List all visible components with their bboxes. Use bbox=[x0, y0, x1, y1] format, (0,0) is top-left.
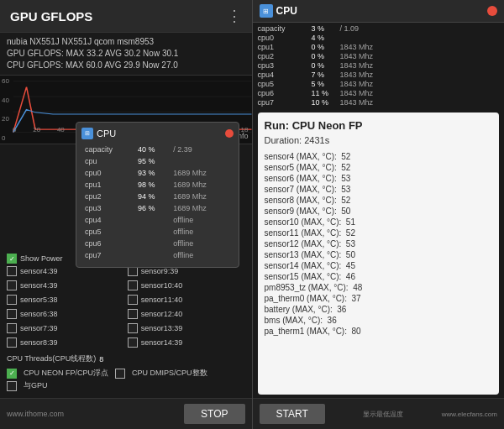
cb-s8-box[interactable] bbox=[7, 337, 17, 348]
cb-s10: sensor10:40 bbox=[128, 280, 245, 290]
cb-s13-label: sensor13:39 bbox=[141, 324, 183, 332]
r-cpu4-freq: 1843 Mhz bbox=[340, 71, 374, 79]
y-label-60: 60 bbox=[0, 77, 9, 85]
cb-s7-label: sensor7:39 bbox=[20, 324, 58, 332]
bms: bms (MAX, °C): 36 bbox=[265, 316, 493, 325]
cpu4-val bbox=[136, 215, 170, 225]
sensor8: sensor8 (MAX, °C): 52 bbox=[265, 196, 493, 205]
show-power-checkbox[interactable]: ✓ bbox=[7, 254, 17, 264]
right-cpu0-row: cpu0 4 % bbox=[258, 34, 500, 42]
r-cpu2-val: 0 % bbox=[312, 52, 337, 60]
dmips-label: CPU DMIPS/CPU整数 bbox=[132, 368, 207, 379]
cb-s12: sensor12:40 bbox=[128, 309, 245, 319]
r-cpu2-label: cpu2 bbox=[258, 52, 308, 60]
cpu-top-title: CPU bbox=[276, 5, 297, 17]
checkbox-grid: sensor4:39 sensor9:39 sensor4:39 sensor1… bbox=[7, 266, 245, 350]
sensor11: sensor11 (MAX, °C): 52 bbox=[265, 228, 493, 238]
cpu-cpu-val: 95 % bbox=[136, 156, 170, 166]
start-button[interactable]: START bbox=[260, 404, 325, 424]
cb-s8: sensor8:39 bbox=[7, 337, 124, 348]
r-cpu3-label: cpu3 bbox=[258, 61, 308, 70]
cpu-stats-table: capacity 3 % / 1.09 cpu0 4 % cpu1 0 % 18… bbox=[253, 23, 505, 109]
cpu0-label: cpu0 bbox=[83, 168, 134, 178]
right-cpu1-row: cpu1 0 % 1843 Mhz bbox=[258, 43, 500, 51]
neon-fp-checkbox[interactable]: ✓ bbox=[7, 369, 17, 379]
cb-s5: sensor5:38 bbox=[7, 295, 124, 305]
cb-s7-box[interactable] bbox=[7, 323, 17, 333]
device-line-1: nubia NX551J NX551J qcom msm8953 bbox=[7, 36, 245, 48]
cpu5-label: cpu5 bbox=[83, 227, 134, 237]
cb-s14-box[interactable] bbox=[128, 337, 138, 348]
cb-s11: sensor11:40 bbox=[128, 295, 245, 305]
cpu4-label: cpu4 bbox=[83, 215, 134, 225]
cpu-close-dot[interactable] bbox=[225, 129, 234, 138]
cb-s4b-box[interactable] bbox=[7, 280, 17, 290]
cpu-row-cpu0: cpu0 93 % 1689 Mhz bbox=[83, 168, 232, 178]
r-cpu7-freq: 1843 Mhz bbox=[340, 98, 374, 107]
r-cpu5-label: cpu5 bbox=[258, 80, 308, 88]
cb-s14-label: sensor14:39 bbox=[141, 338, 183, 347]
cpu5-val bbox=[136, 227, 170, 237]
menu-icon[interactable]: ⋮ bbox=[227, 7, 242, 25]
cpu-popup-icon: ⊞ bbox=[81, 128, 93, 139]
sensor9: sensor9 (MAX, °C): 50 bbox=[265, 207, 493, 216]
results-title: Run: CPU Neon FP bbox=[265, 119, 493, 132]
left-header: GPU GFLOPS ⋮ bbox=[0, 0, 252, 33]
cpu1-val: 98 % bbox=[136, 180, 170, 190]
sensor7: sensor7 (MAX, °C): 53 bbox=[265, 185, 493, 194]
gpu-label: 与GPU bbox=[24, 380, 48, 391]
r-cpu5-val: 5 % bbox=[312, 80, 337, 88]
sensor10: sensor10 (MAX, °C): 51 bbox=[265, 217, 493, 227]
cpu-top-bar: ⊞ CPU bbox=[253, 0, 505, 23]
cb-s10-box[interactable] bbox=[128, 280, 138, 290]
neon-fp-label: CPU NEON FP/CPU浮点 bbox=[24, 368, 108, 379]
r-cpu6-freq: 1843 Mhz bbox=[340, 89, 374, 97]
cb-s12-box[interactable] bbox=[128, 309, 138, 319]
right-bottom-bar: START 显示最低温度 www.elecfans.com bbox=[253, 398, 505, 429]
cb-s4b-label: sensor4:39 bbox=[20, 281, 58, 290]
r-cpu2-freq: 1843 Mhz bbox=[340, 52, 374, 60]
cpu2-label: cpu2 bbox=[83, 191, 134, 201]
cpu6-val bbox=[136, 238, 170, 249]
cpu-popup-label: CPU bbox=[97, 128, 116, 139]
stop-button[interactable]: STOP bbox=[184, 404, 244, 424]
cb-s10-label: sensor10:40 bbox=[141, 281, 183, 290]
r-cpu5-freq: 1843 Mhz bbox=[340, 80, 374, 88]
right-watermark: www.elecfans.com bbox=[442, 411, 497, 418]
r-cpu1-val: 0 % bbox=[312, 43, 337, 51]
cb-s5-label: sensor5:38 bbox=[20, 296, 58, 304]
cb-s8-label: sensor8:39 bbox=[20, 338, 58, 347]
r-cap-val: 3 % bbox=[312, 24, 337, 33]
sensor13: sensor13 (MAX, °C): 50 bbox=[265, 250, 493, 259]
cb-s14: sensor14:39 bbox=[128, 337, 245, 348]
cb-s4-box[interactable] bbox=[7, 266, 17, 276]
r-cpu1-label: cpu1 bbox=[258, 43, 308, 51]
cpu-row-cpu2: cpu2 94 % 1689 Mhz bbox=[83, 191, 232, 201]
cb-s6-box[interactable] bbox=[7, 309, 17, 319]
cpu3-val: 96 % bbox=[136, 203, 170, 213]
cpu-info: CPU GFLOPS: MAX 60.0 AVG 29.9 Now 27.0 bbox=[7, 60, 245, 71]
cpu4-freq: offline bbox=[171, 215, 232, 225]
cb-s11-box[interactable] bbox=[128, 295, 138, 305]
cb-s13-box[interactable] bbox=[128, 323, 138, 333]
cpu-top-icon: ⊞ bbox=[260, 4, 273, 18]
r-cpu6-label: cpu6 bbox=[258, 89, 308, 97]
chart-y-labels: 60 40 20 0 bbox=[0, 76, 9, 144]
dmips-checkbox[interactable] bbox=[115, 369, 125, 379]
gpu-checkbox[interactable] bbox=[7, 381, 17, 391]
left-watermark: www.ithome.com bbox=[7, 410, 64, 418]
r-cpu6-val: 11 % bbox=[312, 89, 337, 97]
sensor12: sensor12 (MAX, °C): 53 bbox=[265, 239, 493, 249]
cb-s6: sensor6:38 bbox=[7, 309, 124, 319]
cb-s5-box[interactable] bbox=[7, 295, 17, 305]
cpu-row-capacity: capacity 40 % / 2.39 bbox=[83, 144, 232, 154]
r-cpu7-label: cpu7 bbox=[258, 98, 308, 107]
cpu6-label: cpu6 bbox=[83, 238, 134, 249]
cpu-top-close[interactable] bbox=[487, 6, 497, 16]
cpu-popup-title: ⊞ CPU bbox=[81, 128, 116, 139]
r-cpu0-label: cpu0 bbox=[258, 34, 308, 42]
right-cpu5-row: cpu5 5 % 1843 Mhz bbox=[258, 80, 500, 88]
sensor6: sensor6 (MAX, °C): 53 bbox=[265, 174, 493, 183]
cpu-row-cpu5: cpu5 offline bbox=[83, 227, 232, 237]
cpu-capacity-extra: / 2.39 bbox=[171, 144, 232, 154]
